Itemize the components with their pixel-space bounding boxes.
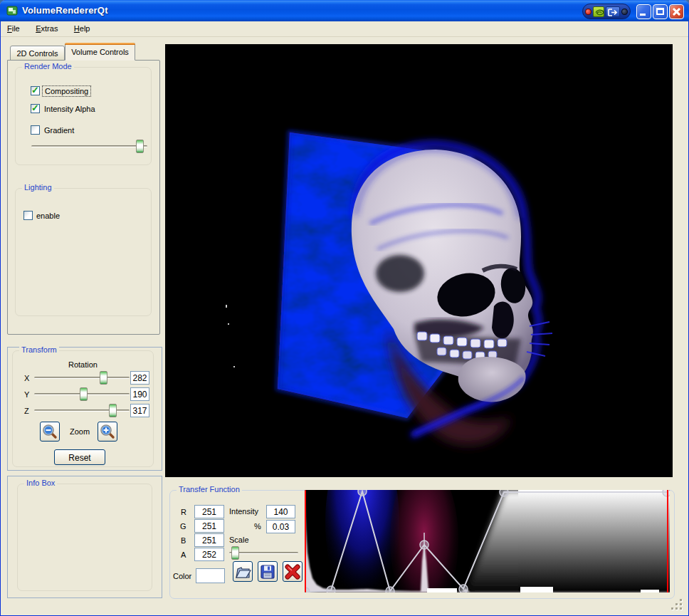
zoom-label: Zoom [64, 427, 95, 436]
rotation-z-slider[interactable] [34, 404, 130, 417]
tf-control-point[interactable] [327, 586, 335, 592]
scale-label: Scale [229, 536, 249, 544]
window-title: VolumeRendererQt [22, 5, 108, 16]
intensity-alpha-label: Intensity Alpha [44, 105, 95, 113]
menubar: File Extras Help [1, 21, 688, 37]
app-icon [6, 5, 18, 16]
tf-control-point[interactable] [386, 587, 394, 592]
app-window: VolumeRendererQt File Extras Help 2D Con… [0, 0, 689, 616]
minimize-icon [640, 14, 646, 16]
zoom-in-button[interactable] [98, 422, 117, 442]
nvidia-dot-icon [621, 9, 628, 15]
tab-2d-controls[interactable]: 2D Controls [10, 46, 65, 61]
save-transfer-function-button[interactable] [258, 561, 278, 582]
gradient-slider-handle[interactable] [136, 140, 144, 153]
transform-title: Transform [19, 345, 59, 354]
delete-transfer-function-button[interactable] [283, 561, 303, 582]
intensity-label: Intensity [229, 507, 258, 516]
nvidia-led-icon [585, 9, 591, 15]
gradient-label: Gradient [44, 126, 74, 135]
tf-control-point[interactable] [459, 585, 468, 592]
render-mode-title: Render Mode [22, 62, 74, 71]
gradient-slider[interactable] [31, 140, 147, 153]
lighting-enable-checkbox[interactable] [23, 211, 33, 220]
compositing-label[interactable]: Compositing [43, 86, 90, 96]
zoom-out-icon [42, 424, 58, 439]
nvidia-logo-icon[interactable] [593, 6, 605, 17]
titlebar[interactable]: VolumeRendererQt [0, 0, 689, 21]
rotation-y-value[interactable]: 190 [130, 387, 149, 401]
nvidia-exit-icon[interactable] [606, 6, 620, 17]
maximize-icon [656, 8, 664, 15]
histogram-canvas [305, 490, 670, 592]
channel-b-field[interactable]: 251 [194, 533, 224, 547]
tab-volume-controls[interactable]: Volume Controls [65, 43, 135, 61]
zoom-out-button[interactable] [40, 422, 60, 442]
rotation-x-slider[interactable] [34, 371, 130, 385]
reset-button[interactable]: Reset [54, 449, 105, 465]
channel-b-label: B [181, 536, 186, 545]
save-icon [260, 564, 275, 580]
render-viewport[interactable] [165, 44, 673, 477]
transfer-function-title: Transfer Function [177, 485, 242, 494]
percent-field[interactable]: 0.03 [266, 520, 295, 533]
intensity-field[interactable]: 140 [266, 505, 295, 518]
percent-label: % [254, 522, 261, 531]
volume-render-scene [165, 44, 673, 477]
channel-r-field[interactable]: 251 [194, 505, 224, 518]
rotation-x-value[interactable]: 282 [130, 371, 149, 385]
scale-slider[interactable] [229, 546, 298, 560]
info-box-group: Info Box [17, 484, 152, 591]
gradient-checkbox[interactable] [31, 125, 40, 135]
delete-icon [284, 563, 301, 580]
channel-r-label: R [181, 508, 186, 516]
info-box-title: Info Box [24, 479, 57, 487]
open-file-icon [234, 564, 251, 580]
rotation-y-slider[interactable] [34, 387, 130, 401]
nvidia-nview-pill[interactable] [582, 4, 631, 19]
compositing-checkbox[interactable] [31, 86, 40, 95]
rotation-z-value[interactable]: 317 [130, 404, 149, 417]
channel-a-label: A [181, 550, 186, 559]
menu-file[interactable]: File [1, 21, 26, 35]
tf-control-point[interactable] [358, 490, 367, 496]
transfer-function-editor[interactable] [305, 490, 670, 592]
rotation-label: Rotation [12, 360, 154, 369]
close-button[interactable] [669, 4, 684, 19]
open-transfer-function-button[interactable] [233, 561, 253, 582]
rotation-x-label: X [24, 374, 29, 382]
rotation-z-label: Z [24, 407, 29, 415]
minimize-button[interactable] [636, 4, 651, 19]
histogram-marker-right [667, 490, 668, 592]
color-swatch[interactable] [196, 568, 225, 583]
menu-help[interactable]: Help [68, 21, 97, 35]
resize-grip[interactable] [672, 600, 683, 611]
channel-g-label: G [180, 522, 186, 531]
histogram-marker-left [305, 490, 306, 592]
tf-control-point[interactable] [663, 490, 670, 496]
zoom-in-icon [100, 424, 115, 439]
menu-extras[interactable]: Extras [29, 21, 64, 35]
maximize-button[interactable] [653, 4, 668, 19]
lighting-title: Lighting [22, 183, 54, 192]
channel-a-field[interactable]: 252 [194, 548, 224, 561]
tf-control-point[interactable] [500, 490, 508, 496]
lighting-enable-label: enable [36, 212, 60, 220]
rotation-y-label: Y [24, 390, 29, 399]
lighting-group: Lighting [15, 188, 152, 316]
active-tab-accent [65, 43, 135, 45]
channel-g-field[interactable]: 251 [194, 519, 224, 533]
color-label: Color [173, 572, 191, 580]
intensity-alpha-checkbox[interactable] [31, 104, 40, 113]
